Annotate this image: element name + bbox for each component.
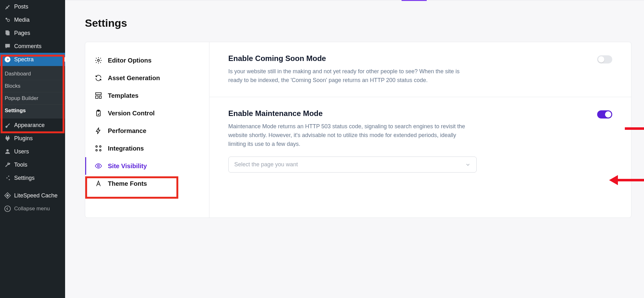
menu-label: Comments [14, 43, 42, 50]
menu-label: Spectra [14, 56, 34, 63]
submenu-settings[interactable]: Settings [0, 104, 65, 117]
collapse-icon [4, 205, 11, 212]
coming-soon-text: Enable Coming Soon Mode Is your website … [228, 54, 588, 85]
menu-settings[interactable]: Settings [0, 171, 65, 185]
maintenance-block: Enable Maintenance Mode Maintenance Mode… [209, 97, 631, 185]
settings-panel: Editor Options Asset Generation Template… [85, 42, 631, 218]
menu-label: Appearance [14, 122, 45, 129]
nav-label: Integrations [108, 145, 144, 152]
sliders-icon [4, 174, 11, 181]
menu-label: LiteSpeed Cache [14, 192, 58, 199]
menu-media[interactable]: Media [0, 13, 65, 26]
svg-point-7 [6, 177, 8, 179]
wp-admin-sidebar: Posts Media Pages Comments Spectra Dashb… [0, 0, 65, 298]
maintenance-desc: Maintenance Mode returns an HTTP 503 sta… [228, 122, 474, 149]
svg-rect-13 [99, 96, 101, 98]
coming-soon-title: Enable Coming Soon Mode [228, 54, 588, 63]
grid-icon [95, 145, 102, 152]
pushpin-icon [4, 3, 11, 10]
svg-rect-11 [96, 93, 101, 95]
eye-icon [95, 162, 102, 170]
submenu-popup-builder[interactable]: Popup Builder [0, 92, 65, 104]
svg-point-5 [6, 149, 8, 152]
svg-point-18 [96, 150, 97, 151]
settings-content: Enable Coming Soon Mode Is your website … [209, 42, 631, 218]
nav-asset-generation[interactable]: Asset Generation [85, 69, 209, 87]
menu-label: Pages [14, 30, 30, 36]
maintenance-page-select[interactable]: Select the page you want [228, 157, 477, 173]
coming-soon-desc: Is your website still in the making and … [228, 67, 474, 85]
menu-label: Plugins [14, 135, 33, 142]
spectra-icon [4, 56, 11, 63]
chevron-down-icon [465, 162, 471, 168]
menu-posts[interactable]: Posts [0, 0, 65, 13]
nav-editor-options[interactable]: Editor Options [85, 52, 209, 69]
clipboard-icon [95, 109, 102, 117]
nav-templates[interactable]: Templates [85, 87, 209, 104]
menu-appearance[interactable]: Appearance [0, 119, 65, 132]
submenu-blocks[interactable]: Blocks [0, 80, 65, 92]
svg-point-20 [97, 165, 99, 167]
nav-label: Performance [108, 127, 146, 135]
submenu-dashboard[interactable]: Dashboard [0, 68, 65, 80]
menu-spectra[interactable]: Spectra [0, 53, 65, 66]
nav-theme-fonts[interactable]: Theme Fonts [85, 175, 209, 192]
nav-label: Version Control [108, 110, 155, 117]
user-icon [4, 148, 11, 155]
nav-site-visibility[interactable]: Site Visibility [85, 157, 209, 175]
menu-comments[interactable]: Comments [0, 40, 65, 53]
bolt-icon [95, 127, 102, 135]
nav-performance[interactable]: Performance [85, 122, 209, 140]
menu-label: Users [14, 148, 29, 155]
refresh-icon [95, 74, 102, 82]
nav-label: Theme Fonts [108, 180, 147, 187]
nav-integrations[interactable]: Integrations [85, 140, 209, 157]
comment-icon [4, 43, 11, 50]
nav-version-control[interactable]: Version Control [85, 104, 209, 122]
settings-nav: Editor Options Asset Generation Template… [85, 42, 209, 218]
nav-label: Asset Generation [108, 74, 160, 82]
wrench-icon [4, 161, 11, 168]
svg-point-6 [8, 176, 9, 177]
top-accent-bar [402, 0, 427, 1]
menu-label: Posts [14, 3, 28, 10]
svg-point-1 [7, 19, 9, 21]
plug-icon [4, 135, 11, 142]
svg-point-0 [6, 18, 7, 20]
menu-label: Media [14, 17, 30, 23]
gear-icon [95, 57, 102, 64]
nav-label: Templates [108, 92, 138, 99]
menu-label: Tools [14, 162, 27, 168]
main-content: Settings Editor Options Asset Generation… [65, 0, 644, 298]
maintenance-title: Enable Maintenance Mode [228, 109, 588, 118]
svg-point-16 [96, 146, 97, 147]
litespeed-icon [4, 192, 11, 199]
svg-point-19 [100, 150, 101, 151]
menu-pages[interactable]: Pages [0, 26, 65, 40]
template-icon [95, 92, 102, 99]
collapse-menu[interactable]: Collapse menu [0, 202, 65, 215]
svg-point-9 [5, 206, 10, 212]
select-placeholder: Select the page you want [234, 161, 298, 168]
maintenance-text: Enable Maintenance Mode Maintenance Mode… [228, 109, 588, 173]
coming-soon-block: Enable Coming Soon Mode Is your website … [209, 42, 631, 97]
pages-icon [4, 30, 11, 36]
font-icon [95, 180, 102, 187]
nav-label: Site Visibility [108, 163, 147, 170]
nav-label: Editor Options [108, 57, 152, 64]
menu-plugins[interactable]: Plugins [0, 132, 65, 145]
coming-soon-toggle[interactable] [597, 55, 612, 63]
svg-point-8 [9, 179, 10, 180]
brush-icon [4, 122, 11, 129]
svg-rect-3 [6, 31, 9, 36]
caret-icon [63, 57, 65, 62]
media-icon [4, 16, 11, 23]
collapse-label: Collapse menu [14, 206, 50, 212]
menu-litespeed[interactable]: LiteSpeed Cache [0, 189, 65, 202]
svg-point-10 [97, 59, 99, 61]
maintenance-toggle[interactable] [597, 110, 612, 119]
menu-users[interactable]: Users [0, 145, 65, 158]
menu-tools[interactable]: Tools [0, 158, 65, 171]
spectra-submenu: Dashboard Blocks Popup Builder Settings [0, 66, 65, 119]
menu-label: Settings [14, 175, 35, 181]
